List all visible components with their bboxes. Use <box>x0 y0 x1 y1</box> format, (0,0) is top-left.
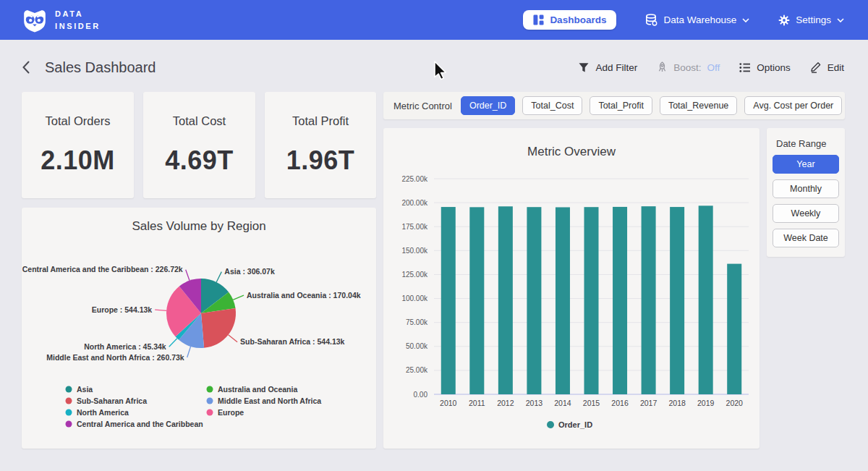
x-tick-label: 2018 <box>668 399 686 407</box>
pie-chart-title: Sales Volume by Region <box>132 219 265 233</box>
edit-button[interactable]: Edit <box>810 61 844 73</box>
bar-2013 <box>527 207 541 394</box>
pie-leader-line <box>216 272 221 282</box>
pie-leader-line <box>169 339 177 347</box>
options-button[interactable]: Options <box>739 62 791 73</box>
metric-control-label: Metric Control <box>393 101 452 111</box>
bar-2015 <box>584 207 599 394</box>
legend-swatch-central-america-and-the-caribbean <box>66 421 72 428</box>
kpi-label: Total Profit <box>292 114 349 128</box>
date-range-weekly[interactable]: Weekly <box>773 204 839 223</box>
bar-chart-title: Metric Overview <box>527 145 616 158</box>
navbar: DATA INSIDER Dashboards <box>0 0 868 40</box>
pie-label-asia: Asia : 306.07k <box>224 267 275 276</box>
chevron-down-icon <box>837 18 844 22</box>
brand-line2: INSIDER <box>55 20 101 33</box>
gear-icon <box>778 14 790 26</box>
y-tick-label: 50.00k <box>406 342 428 350</box>
bar-chart: Metric Overview0.0025.00k50.00k75.00k100… <box>383 128 760 449</box>
y-tick-label: 150.00k <box>401 247 428 255</box>
metric-pill-total-cost[interactable]: Total_Cost <box>522 96 582 115</box>
dashboards-button[interactable]: Dashboards <box>523 10 616 30</box>
x-tick-label: 2013 <box>526 399 543 407</box>
date-range-card: Date Range YearMonthlyWeeklyWeek Date <box>767 128 845 257</box>
data-warehouse-label: Data Warehouse <box>663 14 736 25</box>
legend-label: Order_ID <box>558 420 592 429</box>
x-tick-label: 2016 <box>611 399 629 407</box>
app-window: DATA INSIDER Dashboards <box>0 0 868 471</box>
pie-leader-line <box>233 295 244 300</box>
y-tick-label: 225.00k <box>401 175 428 183</box>
pie-label-central-america-and-the-caribbean: Central America and the Caribbean : 226.… <box>22 265 183 273</box>
rocket-icon <box>657 61 668 73</box>
kpi-label: Total Cost <box>173 114 226 128</box>
legend-label-asia: Asia <box>77 385 93 394</box>
kpi-card-total-orders: Total Orders 2.10M <box>22 92 134 198</box>
settings-menu[interactable]: Settings <box>778 14 844 26</box>
date-range-label: Date Range <box>767 128 845 149</box>
pie-leader-line <box>186 270 190 281</box>
add-filter-button[interactable]: Add Filter <box>578 62 637 73</box>
boost-state: Off <box>707 62 720 73</box>
metric-overview-chart-card: Metric Overview0.0025.00k50.00k75.00k100… <box>383 128 760 449</box>
brand[interactable]: DATA INSIDER <box>22 7 101 33</box>
pie-slice-sub-saharan-africa <box>201 308 236 348</box>
legend-label-north-america: North America <box>77 408 129 417</box>
legend-swatch-asia <box>66 386 72 393</box>
boost-toggle[interactable]: Boost: Off <box>657 61 720 73</box>
x-tick-label: 2015 <box>583 399 600 407</box>
y-tick-label: 75.00k <box>406 318 428 326</box>
dashboards-label: Dashboards <box>550 14 606 25</box>
x-tick-label: 2020 <box>726 399 744 407</box>
page-header: Sales Dashboard Add Filter Boost: Off <box>0 54 868 81</box>
date-range-monthly[interactable]: Monthly <box>773 179 839 198</box>
legend-label-sub-saharan-africa: Sub-Saharan Africa <box>77 396 147 405</box>
y-tick-label: 175.00k <box>401 223 428 231</box>
add-filter-label: Add Filter <box>595 62 637 73</box>
y-tick-label: 100.00k <box>401 294 428 302</box>
bar-2020 <box>727 264 741 394</box>
bar-2011 <box>469 207 484 394</box>
sales-volume-chart-card: Sales Volume by RegionAsia : 306.07kAust… <box>22 208 376 449</box>
legend-swatch-europe <box>207 410 213 416</box>
date-range-button-group: YearMonthlyWeeklyWeek Date <box>767 155 845 247</box>
x-tick-label: 2014 <box>554 399 571 407</box>
kpi-label: Total Orders <box>46 114 111 128</box>
bar-2010 <box>441 207 456 394</box>
y-tick-label: 0.00 <box>414 391 428 399</box>
bar-2016 <box>613 207 627 394</box>
x-tick-label: 2019 <box>697 399 715 407</box>
chevron-down-icon <box>742 18 749 22</box>
x-tick-label: 2017 <box>640 399 658 407</box>
metric-pill-avg-cost-per-order[interactable]: Avg. Cost per Order <box>744 96 842 115</box>
back-button[interactable] <box>19 59 33 76</box>
legend-label-middle-east-and-north-africa: Middle East and North Africa <box>218 396 321 405</box>
settings-label: Settings <box>796 14 831 25</box>
legend-swatch-australia-and-oceania <box>207 386 213 393</box>
kpi-value: 1.96T <box>286 145 355 176</box>
database-icon <box>645 14 658 26</box>
y-tick-label: 25.00k <box>406 366 428 374</box>
date-range-year[interactable]: Year <box>773 155 839 174</box>
kpi-value: 2.10M <box>41 145 115 176</box>
edit-label: Edit <box>827 62 844 73</box>
options-list-icon <box>739 62 751 73</box>
metric-pill-total-revenue[interactable]: Total_Revenue <box>660 96 737 115</box>
y-tick-label: 125.00k <box>401 271 428 279</box>
bar-2014 <box>556 207 570 394</box>
options-label: Options <box>757 62 791 73</box>
kpi-card-total-cost: Total Cost 4.69T <box>143 92 255 198</box>
pie-label-australia-and-oceania: Australia and Oceania : 170.04k <box>247 291 361 300</box>
kpi-card-total-profit: Total Profit 1.96T <box>265 92 376 198</box>
metric-pill-total-profit[interactable]: Total_Profit <box>590 96 652 115</box>
edit-pencil-icon <box>810 61 822 73</box>
metric-pill-order-id[interactable]: Order_ID <box>461 96 515 115</box>
date-range-week-date[interactable]: Week Date <box>773 229 839 247</box>
legend-swatch-middle-east-and-north-africa <box>207 398 213 404</box>
x-tick-label: 2011 <box>469 399 485 407</box>
bar-2012 <box>498 206 513 394</box>
data-warehouse-menu[interactable]: Data Warehouse <box>645 14 749 26</box>
legend-label-central-america-and-the-caribbean: Central America and the Caribbean <box>77 420 203 428</box>
pie-leader-line <box>187 347 191 357</box>
pie-label-north-america: North America : 45.34k <box>84 342 166 351</box>
